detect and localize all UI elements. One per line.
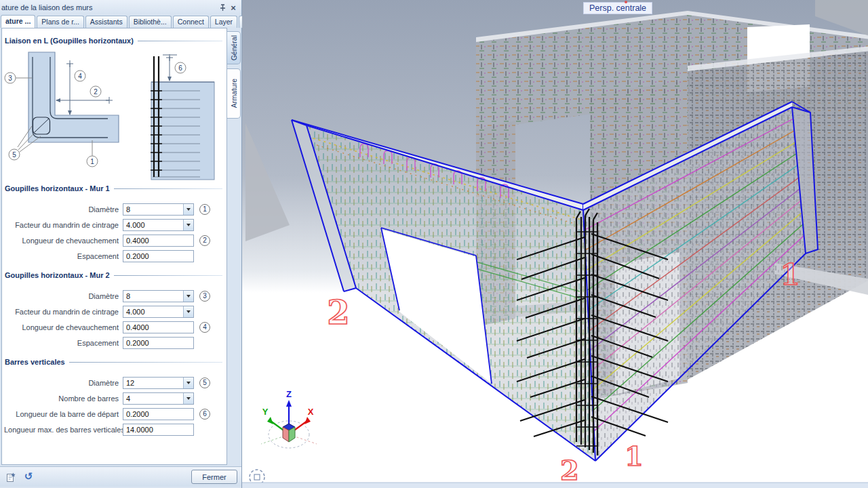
mandrin-mur1-select[interactable]: 4.000 xyxy=(123,219,194,231)
callout-badge: 2 xyxy=(199,235,210,246)
close-icon[interactable]: × xyxy=(228,2,239,13)
field-row: Longueur max. des barres verticales xyxy=(2,422,226,437)
chevauchement-mur1-input[interactable] xyxy=(123,235,194,247)
longueur-max-input[interactable] xyxy=(123,424,194,436)
espacement-mur2-input[interactable] xyxy=(123,337,194,349)
panel-title: ature de la liaison des murs xyxy=(1,3,217,12)
axis-y-label: Y xyxy=(262,407,269,417)
tab-plans[interactable]: Plans de r... xyxy=(37,16,83,28)
pin-icon[interactable] xyxy=(217,2,228,13)
svg-text:6: 6 xyxy=(178,64,182,72)
field-row: Espacement xyxy=(2,335,226,350)
callout-badge: 6 xyxy=(199,409,210,420)
diagram-header: Liaison en L (Goupilles horizontaux) xyxy=(5,37,224,45)
viewport-3d[interactable]: 2 1 1 2 Z X Y xyxy=(242,0,868,488)
favorite-save-icon[interactable] xyxy=(4,470,18,484)
marker-corner-2: 2 xyxy=(560,454,579,486)
connection-diagram: 1 2 3 4 5 6 xyxy=(2,46,227,182)
header-rule xyxy=(138,41,222,41)
field-row: Nombre de barres 4 xyxy=(2,390,226,406)
marker-wall1-end: 1 xyxy=(780,258,800,291)
chevron-down-icon[interactable] xyxy=(183,378,193,388)
espacement-mur1-input[interactable] xyxy=(123,250,194,262)
chevron-down-icon[interactable] xyxy=(183,291,193,302)
tab-connect[interactable]: Connect xyxy=(173,16,209,28)
callout-badge: 3 xyxy=(199,291,210,302)
mandrin-mur2-select[interactable]: 4.000 xyxy=(123,306,194,318)
panel-titlebar: ature de la liaison des murs × xyxy=(0,0,241,15)
svg-text:2: 2 xyxy=(94,88,98,96)
field-row: Longueur de chevauchement 4 xyxy=(2,319,226,335)
palette-tab-bar: ature ... Plans de r... Assistants Bibli… xyxy=(0,15,241,28)
reinforcement-dialog-panel: ature de la liaison des murs × ature ...… xyxy=(0,0,242,488)
side-tab-armature[interactable]: Armature xyxy=(227,68,241,119)
tab-bibliotheque[interactable]: Bibliothè... xyxy=(129,16,172,28)
marker-wall2-end: 2 xyxy=(327,293,349,331)
svg-text:3: 3 xyxy=(8,75,12,82)
undo-icon[interactable]: ↺ xyxy=(22,470,35,484)
chevauchement-mur2-input[interactable] xyxy=(123,321,194,333)
field-row: Espacement xyxy=(2,248,226,264)
diametre-mur2-select[interactable]: 8 xyxy=(123,290,194,302)
section-header-barres: Barres verticales xyxy=(5,358,224,366)
section-header-mur2: Goupilles horizontaux - Mur 2 xyxy=(5,271,224,279)
diametre-mur1-select[interactable]: 8 xyxy=(123,203,194,216)
field-row: Facteur du mandrin de cintrage 4.000 xyxy=(2,304,226,319)
side-tab-strip: Général Armature xyxy=(227,31,241,123)
diagram-title: Liaison en L (Goupilles horizontaux) xyxy=(5,37,134,45)
barre-depart-input[interactable] xyxy=(123,408,194,420)
field-row: Diamètre 12 5 xyxy=(2,375,226,390)
chevron-down-icon[interactable] xyxy=(183,393,193,404)
field-row: Diamètre 8 3 xyxy=(2,288,226,304)
tab-layer[interactable]: Layer xyxy=(210,16,237,28)
fermer-button[interactable]: Fermer xyxy=(191,470,237,484)
field-row: Longueur de chevauchement 2 xyxy=(2,232,226,248)
section-header-mur1: Goupilles horizontaux - Mur 1 xyxy=(5,184,224,192)
3d-scene-canvas[interactable]: 2 1 1 2 Z X Y xyxy=(242,0,868,488)
nombre-barres-select[interactable]: 4 xyxy=(123,392,194,405)
view-name-label: Persp. centrale xyxy=(583,2,652,14)
axis-x-label: X xyxy=(308,407,314,417)
callout-badge: 4 xyxy=(199,322,210,333)
svg-text:5: 5 xyxy=(12,151,16,159)
tab-armature[interactable]: ature ... xyxy=(1,15,35,28)
application-window: ature de la liaison des murs × ature ...… xyxy=(0,0,868,488)
field-row: Longueur de la barre de départ 6 xyxy=(2,406,226,422)
dialog-footer-toolbar: ↺ Fermer xyxy=(0,466,241,487)
svg-text:1: 1 xyxy=(90,158,94,165)
callout-badge: 1 xyxy=(199,204,210,215)
side-tab-general[interactable]: Général xyxy=(227,31,241,64)
marker-corner-1: 1 xyxy=(625,440,644,472)
svg-text:4: 4 xyxy=(78,73,82,80)
tab-assistants[interactable]: Assistants xyxy=(85,16,127,28)
chevron-down-icon[interactable] xyxy=(183,204,193,215)
axis-z-label: Z xyxy=(286,389,292,399)
callout-badge: 5 xyxy=(199,378,210,388)
chevron-down-icon[interactable] xyxy=(183,306,193,317)
diametre-barres-select[interactable]: 12 xyxy=(123,377,194,389)
dialog-content: Liaison en L (Goupilles horizontaux) xyxy=(1,28,227,465)
chevron-down-icon[interactable] xyxy=(183,220,193,230)
field-row: Facteur du mandrin de cintrage 4.000 xyxy=(2,217,226,232)
field-row: Diamètre 8 1 xyxy=(2,201,226,217)
viewport-bottom-strip xyxy=(242,483,868,488)
